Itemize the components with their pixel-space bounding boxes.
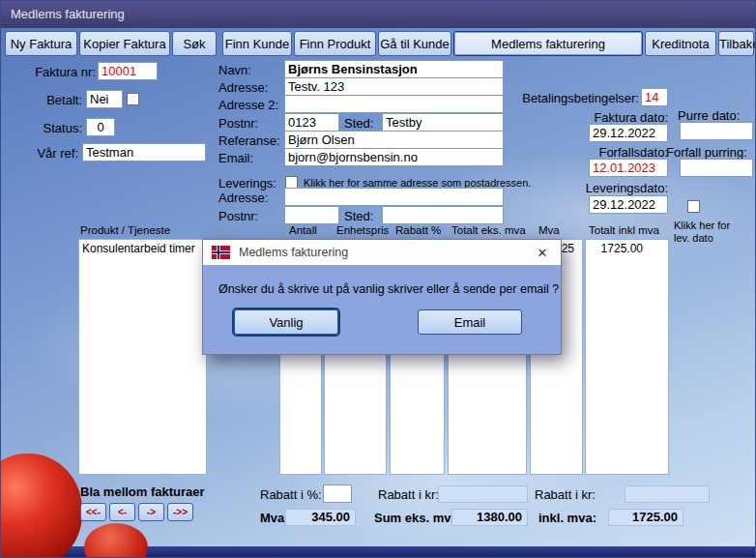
- betalingsbetingelser-input[interactable]: [641, 88, 668, 106]
- mva-total-field: 345.00: [285, 509, 356, 526]
- print-dialog: Medlems fakturering ✕ Ønsker du å skrive…: [202, 239, 562, 355]
- nav-last-button[interactable]: ->>: [167, 503, 193, 521]
- referanse-label: Referanse:: [218, 133, 280, 148]
- medlems-fakturering-button[interactable]: Medlems fakturering: [453, 31, 643, 56]
- betalt-checkbox[interactable]: [127, 93, 139, 105]
- email-label: Email:: [218, 151, 253, 165]
- rabatt-kr1-label: Rabatt i kr:: [378, 487, 439, 502]
- lev-postnr-input[interactable]: [284, 206, 339, 224]
- forfall-purring-input[interactable]: [680, 159, 753, 177]
- forfall-purring-label: Forfall purring:: [666, 145, 747, 160]
- adresse2-label: Adresse 2:: [218, 98, 278, 112]
- table-header-enhetspris: Enhetspris: [336, 224, 389, 236]
- lev-sted-label: Sted:: [344, 209, 373, 223]
- sted-label: Sted:: [344, 116, 373, 131]
- table-col-tot-inkl: 1725.00: [585, 239, 669, 475]
- navn-label: Navn:: [218, 63, 251, 77]
- betalingsbetingelser-label: Betalingsbetingelser:: [517, 91, 639, 105]
- referanse-input[interactable]: [284, 131, 504, 149]
- kreditnota-button[interactable]: Kreditnota: [645, 31, 716, 56]
- inkl-mva-field: 1725.00: [608, 509, 683, 526]
- rabatt-kr2-label: Rabatt i kr:: [535, 487, 596, 502]
- sok-button[interactable]: Søk: [172, 31, 217, 56]
- table-header-produkt: Produkt / Tjeneste: [80, 224, 170, 236]
- wallpaper-apple-small: [84, 523, 148, 558]
- purre-dato-label: Purre dato:: [678, 108, 740, 123]
- email-button[interactable]: Email: [418, 309, 522, 335]
- forfallsdato-label: Forfallsdato:: [587, 145, 668, 160]
- status-label: Status:: [28, 121, 82, 135]
- print-dialog-titlebar: Medlems fakturering ✕: [203, 240, 561, 265]
- sum-eks-mva-field: 1380.00: [451, 509, 528, 526]
- faktura-dato-input[interactable]: [589, 124, 668, 142]
- leverings-label: Leverings:: [218, 176, 276, 191]
- finn-produkt-button[interactable]: Finn Produkt: [294, 31, 376, 56]
- forfallsdato-input[interactable]: [589, 159, 668, 177]
- norway-flag-icon: [211, 246, 231, 259]
- adresse2-input[interactable]: [284, 95, 504, 113]
- var-ref-input[interactable]: [82, 143, 206, 162]
- table-cell-tot-inkl[interactable]: 1725.00: [586, 240, 668, 257]
- wallpaper-apple: [0, 454, 82, 558]
- lev-dato-checkbox[interactable]: [687, 200, 700, 213]
- rabatt-kr2-field[interactable]: [625, 485, 710, 503]
- purre-dato-input[interactable]: [680, 122, 753, 140]
- adresse-input[interactable]: [284, 77, 504, 96]
- sted-input[interactable]: [382, 113, 504, 132]
- email-input[interactable]: [284, 148, 504, 166]
- rabatt-pct-label: Rabatt i %:: [260, 487, 322, 502]
- postnr-label: Postnr:: [218, 116, 258, 131]
- print-dialog-message: Ønsker du å skrive ut på vanlig skriver …: [218, 282, 559, 296]
- kopier-faktura-button[interactable]: Kopier Faktura: [79, 31, 170, 56]
- table-header-rabatt: Rabatt %: [395, 224, 441, 236]
- ny-faktura-button[interactable]: Ny Faktura: [5, 31, 77, 56]
- ga-til-kunde-button[interactable]: Gå til Kunde: [378, 31, 451, 56]
- nav-next-button[interactable]: ->: [138, 503, 164, 521]
- table-header-tot-inkl: Totalt inkl mva: [589, 224, 659, 236]
- finn-kunde-button[interactable]: Finn Kunde: [222, 31, 292, 56]
- close-icon[interactable]: ✕: [524, 240, 561, 265]
- leveringsdato-input[interactable]: [589, 195, 668, 214]
- betalt-label: Betalt:: [28, 93, 82, 107]
- lev-adresse-label: Adresse:: [218, 191, 268, 205]
- table-cell-produkt[interactable]: Konsulentarbeid timer: [79, 240, 206, 257]
- table-col-produkt: Konsulentarbeid timer: [78, 239, 207, 475]
- rabatt-kr1-field[interactable]: [438, 485, 528, 503]
- lev-sted-input[interactable]: [382, 206, 504, 224]
- window-title: Medlems fakturering: [11, 7, 125, 21]
- postnr-input[interactable]: [284, 113, 339, 132]
- inkl-mva-label: inkl. mva:: [538, 511, 596, 525]
- faktura-dato-label: Faktura dato:: [587, 110, 668, 125]
- rabatt-pct-input[interactable]: [323, 485, 352, 503]
- window-titlebar: Medlems fakturering: [1, 1, 755, 28]
- lev-dato-checkbox-text: Klikk her for lev. dato: [674, 220, 740, 245]
- vanlig-button[interactable]: Vanlig: [234, 309, 338, 335]
- sum-eks-mva-label: Sum eks. mva:: [374, 511, 462, 525]
- faktura-nr-label: Faktura nr:: [18, 65, 96, 79]
- betalt-input[interactable]: [86, 90, 123, 108]
- table-header-tot-eks: Totalt eks. mva: [451, 224, 526, 236]
- adresse-label: Adresse:: [218, 80, 268, 95]
- nav-previous-button[interactable]: <-: [109, 503, 135, 521]
- nav-first-button[interactable]: <<-: [80, 503, 106, 521]
- faktura-nr-input[interactable]: [98, 62, 158, 80]
- lev-postnr-label: Postnr:: [218, 209, 258, 223]
- leveringsdato-label: Leveringsdato:: [583, 181, 668, 195]
- bla-mellom-fakturaer-label: Bla mellom fakturaer: [80, 485, 205, 499]
- var-ref-label: Vår ref:: [18, 146, 78, 161]
- tilbake-button[interactable]: Tilbake: [718, 31, 754, 56]
- status-input[interactable]: [86, 118, 115, 136]
- table-header-mva: Mva: [538, 224, 560, 236]
- print-dialog-title: Medlems fakturering: [239, 246, 348, 259]
- navn-input[interactable]: [284, 60, 504, 78]
- lev-adresse-input[interactable]: [284, 188, 504, 206]
- app-window: Medlems fakturering Ny Faktura Kopier Fa…: [0, 0, 756, 558]
- table-header-antall: Antall: [289, 224, 317, 236]
